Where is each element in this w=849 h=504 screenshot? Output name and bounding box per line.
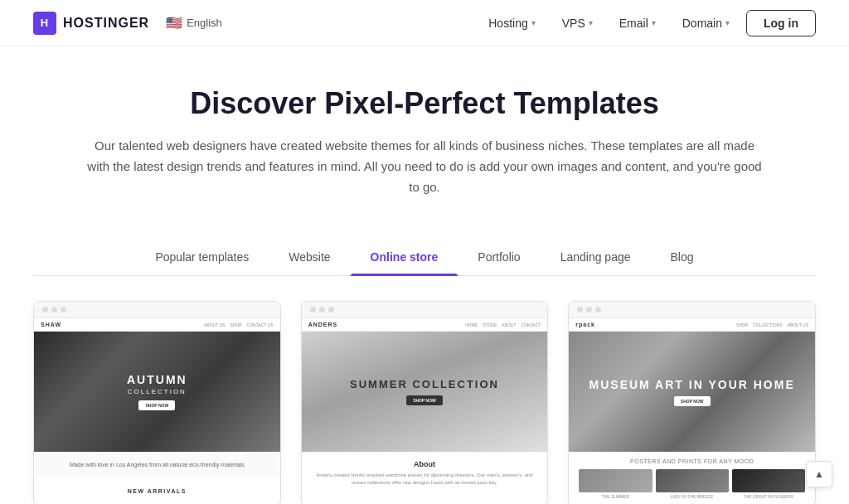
logo-icon: H: [33, 12, 56, 35]
mini-link-3: ABOUT US: [788, 322, 808, 327]
tab-online-store[interactable]: Online store: [351, 242, 458, 275]
card-hero-text-autumn: AUTUMN COLLECTION SHOP NOW: [127, 373, 187, 410]
card-mini-nav: rpack SHOP COLLECTIONS ABOUT US: [569, 318, 815, 332]
mini-link-1: ABOUT US: [204, 322, 225, 327]
card-hero-image-summer: Summer Collection SHOP NOW: [302, 332, 548, 452]
mini-link-2: SHOP: [230, 322, 241, 327]
hero-title: Discover Pixel-Perfect Templates: [68, 86, 781, 121]
navbar-right: Hosting ▾ VPS ▾ Email ▾ Domain ▾ Log in: [478, 10, 816, 36]
browser-bar: [302, 302, 548, 318]
flag-icon: 🇺🇸: [166, 15, 182, 31]
print-label-2: LADY IN THE BREEZE: [656, 494, 729, 499]
tab-portfolio[interactable]: Portfolio: [458, 242, 540, 275]
mini-link-4: CONTACT: [522, 322, 541, 327]
logo[interactable]: H HOSTINGER: [33, 12, 149, 35]
nav-email-label: Email: [619, 17, 648, 30]
chevron-down-icon: ▾: [531, 18, 536, 27]
tabs-container: Popular templates Website Online store P…: [33, 222, 816, 276]
browser-dot-2: [586, 307, 592, 313]
browser-bar: [34, 302, 280, 318]
autumn-subtitle: COLLECTION: [127, 388, 187, 395]
mini-link-3: ABOUT: [502, 322, 516, 327]
mini-link-2: STORE: [483, 322, 497, 327]
card-summer[interactable]: ANDERS HOME STORE ABOUT CONTACT Summer C…: [301, 301, 549, 504]
browser-bar: [569, 302, 815, 318]
chevron-down-icon: ▾: [725, 18, 730, 27]
browser-dot-1: [310, 307, 316, 313]
tab-landing-page[interactable]: Landing page: [541, 242, 651, 275]
autumn-footer-label: NEW ARRIVALS: [128, 488, 187, 494]
museum-cta: SHOP NOW: [674, 396, 711, 406]
card-mini-links: HOME STORE ABOUT CONTACT: [465, 322, 541, 327]
about-title: About: [313, 460, 536, 468]
language-label: English: [187, 17, 222, 29]
card-mini-logo: ANDERS: [308, 322, 338, 327]
nav-vps[interactable]: VPS ▾: [552, 12, 603, 35]
summer-cta: SHOP NOW: [406, 395, 443, 405]
tab-blog[interactable]: Blog: [651, 242, 714, 275]
navbar: H HOSTINGER 🇺🇸 English Hosting ▾ VPS ▾ E…: [0, 0, 849, 46]
card-autumn[interactable]: SHAW ABOUT US SHOP CONTACT US AUTUMN COL…: [33, 301, 281, 504]
browser-dot-3: [595, 307, 601, 313]
card-museum[interactable]: rpack SHOP COLLECTIONS ABOUT US MUSEUM A…: [568, 301, 816, 504]
scroll-up-button[interactable]: ▲: [806, 461, 832, 487]
hero-section: Discover Pixel-Perfect Templates Our tal…: [51, 46, 798, 222]
nav-email[interactable]: Email ▾: [609, 12, 666, 35]
cards-grid: SHAW ABOUT US SHOP CONTACT US AUTUMN COL…: [0, 276, 849, 504]
print-label-3: THE GREAT IN FLOWERS: [732, 494, 805, 499]
autumn-title: AUTUMN: [127, 373, 187, 386]
nav-hosting-label: Hosting: [488, 17, 527, 30]
hero-subtitle: Our talented web designers have created …: [85, 136, 764, 197]
nav-hosting[interactable]: Hosting ▾: [478, 12, 545, 35]
login-button[interactable]: Log in: [746, 10, 816, 36]
chevron-down-icon: ▾: [652, 18, 656, 27]
card-about-section: About Anders creates Nordic-inspired war…: [302, 452, 548, 495]
print-item-2: LADY IN THE BREEZE: [656, 469, 729, 499]
mini-link-1: SHOP: [736, 322, 748, 327]
autumn-cta: SHOP NOW: [138, 400, 175, 410]
nav-domain[interactable]: Domain ▾: [672, 12, 740, 35]
card-mini-links: ABOUT US SHOP CONTACT US: [204, 322, 274, 327]
prints-title: POSTERS AND PRINTS FOR ANY MOOD: [579, 458, 805, 464]
card-hero-image-museum: MUSEUM ART IN YOUR HOME SHOP NOW: [569, 332, 815, 452]
mini-link-1: HOME: [465, 322, 478, 327]
chevron-down-icon: ▾: [589, 18, 593, 27]
card-mini-logo: SHAW: [41, 322, 61, 327]
museum-title: MUSEUM ART IN YOUR HOME: [589, 378, 795, 391]
browser-dot-1: [42, 307, 48, 313]
nav-domain-label: Domain: [682, 17, 722, 30]
card-prints-section: POSTERS AND PRINTS FOR ANY MOOD THE SUMM…: [569, 452, 815, 504]
print-thumb-3: [732, 469, 805, 492]
summer-title: Summer Collection: [350, 378, 499, 390]
about-text: Anders creates Nordic-inspired wardrobe …: [313, 472, 536, 487]
card-hero-text-museum: MUSEUM ART IN YOUR HOME SHOP NOW: [589, 378, 795, 406]
card-mini-logo: rpack: [575, 322, 595, 327]
logo-text: HOSTINGER: [63, 16, 149, 31]
card-mini-nav: SHAW ABOUT US SHOP CONTACT US: [34, 318, 280, 332]
nav-vps-label: VPS: [562, 17, 585, 30]
tab-website[interactable]: Website: [269, 242, 350, 275]
prints-grid: THE SUMMER LADY IN THE BREEZE THE GREAT …: [579, 469, 805, 499]
mini-link-2: COLLECTIONS: [753, 322, 782, 327]
card-autumn-footer: NEW ARRIVALS: [34, 477, 280, 503]
print-item-3: THE GREAT IN FLOWERS: [732, 469, 805, 499]
print-thumb-2: [656, 469, 729, 492]
browser-dot-1: [577, 307, 583, 313]
browser-dot-2: [51, 307, 57, 313]
card-hero-image-autumn: AUTUMN COLLECTION SHOP NOW: [34, 332, 280, 452]
browser-dot-3: [328, 307, 334, 313]
card-mini-links: SHOP COLLECTIONS ABOUT US: [736, 322, 808, 327]
language-selector[interactable]: 🇺🇸 English: [166, 15, 222, 31]
print-label-1: THE SUMMER: [579, 494, 652, 499]
autumn-body-text: Made with love in Los Angeles from all n…: [44, 461, 270, 470]
tab-popular-templates[interactable]: Popular templates: [135, 242, 269, 275]
print-item-1: THE SUMMER: [579, 469, 652, 499]
navbar-left: H HOSTINGER 🇺🇸 English: [33, 12, 222, 35]
print-thumb-1: [579, 469, 652, 492]
mini-link-3: CONTACT US: [247, 322, 274, 327]
browser-dot-3: [61, 307, 66, 313]
card-hero-text-summer: Summer Collection SHOP NOW: [350, 378, 499, 405]
card-autumn-body: Made with love in Los Angeles from all n…: [34, 452, 280, 477]
card-mini-nav: ANDERS HOME STORE ABOUT CONTACT: [302, 318, 548, 332]
browser-dot-2: [319, 307, 325, 313]
